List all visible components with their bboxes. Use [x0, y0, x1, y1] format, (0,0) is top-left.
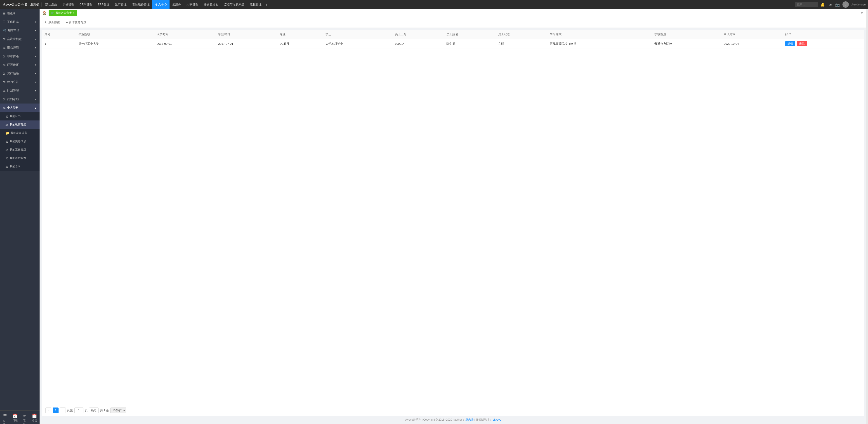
nav-item-crm[interactable]: CRM管理 — [77, 0, 95, 9]
cell-emp-status: 在职 — [495, 39, 547, 49]
nav-more-icon[interactable]: / — [264, 2, 269, 6]
sidebar-item-contract[interactable]: ⚖ 我的合同 — [0, 162, 39, 171]
col-seq: 序号 — [42, 30, 76, 39]
footer-author-link[interactable]: 卫志强 — [465, 418, 473, 421]
goto-text: 到第 — [67, 408, 73, 413]
cell-edu-level: 大学本科毕业 — [323, 39, 392, 49]
chevron-down-icon: ▼ — [35, 90, 37, 92]
nav-item-erp[interactable]: ERP管理 — [95, 0, 112, 9]
sidebar-item-asset[interactable]: ⚖ 资产领还 ▼ — [0, 69, 39, 78]
forum-icon: 📅 — [32, 413, 37, 418]
username-label[interactable]: chendonggui — [850, 3, 866, 6]
add-education-button[interactable]: + 新增教育背景 — [64, 20, 88, 25]
cell-emp-name: 陈冬瓜 — [444, 39, 495, 49]
sidebar-attendance-label: 我的考勤 — [7, 97, 19, 101]
sidebar-item-worklog[interactable]: ☰ 工作日志 ▼ — [0, 18, 39, 26]
top-nav-menu: 默认桌面 学校管理 CRM管理 ERP管理 生产管理 售后服务管理 个人中心 云… — [42, 0, 795, 9]
sidebar-item-profile[interactable]: ⚖ 个人资料 ▲ — [0, 103, 39, 112]
breadcrumb-tab-close[interactable]: × — [73, 12, 74, 14]
sidebar-item-family[interactable]: 📁 我的家庭成员 — [0, 129, 39, 137]
calendar-button[interactable]: 📅 日程 — [10, 413, 20, 423]
add-icon: + — [66, 21, 68, 24]
car-icon: 🛒 — [3, 29, 6, 32]
search-input[interactable] — [795, 2, 818, 7]
cert-icon: ⚖ — [5, 115, 8, 118]
footer-text1: skyeye云系列 | Copyright © 2018~2020 | auth… — [404, 418, 465, 421]
page-size-select[interactable]: 15条/页 30条/页 50条/页 — [110, 407, 126, 413]
sidebar-item-attendance[interactable]: ⚖ 我的考勤 ▼ — [0, 95, 39, 103]
breadcrumb-tab[interactable]: 🛒 我的教育背景 × — [49, 10, 77, 16]
bell-icon[interactable]: 🔔 — [819, 2, 826, 7]
nav-item-school[interactable]: 学校管理 — [60, 0, 77, 9]
mail-icon[interactable]: ✉ — [828, 2, 833, 7]
sidebar-item-reward[interactable]: ⚖ 我的奖惩信息 — [0, 137, 39, 146]
refresh-button[interactable]: ↻ 刷新数据 — [43, 20, 62, 25]
camera-icon[interactable]: 📷 — [834, 2, 841, 7]
family-icon: 📁 — [5, 131, 9, 135]
footer-source-link[interactable]: skyeye — [493, 418, 501, 421]
language-icon: ⚖ — [5, 156, 8, 160]
expand-icon[interactable]: ▼ — [860, 11, 864, 15]
forum-button[interactable]: 📅 论坛 — [29, 413, 39, 423]
footer: skyeye云系列 | Copyright © 2018~2020 | auth… — [39, 416, 866, 424]
top-nav-right: 🔔 ✉ 📷 C chendonggui — [795, 1, 866, 8]
prev-page-button[interactable]: ‹ — [45, 407, 51, 413]
avatar[interactable]: C — [842, 1, 849, 8]
nav-item-aftersale[interactable]: 售后服务管理 — [129, 0, 152, 9]
sidebar-item-car[interactable]: 🛒 用车申请 ▼ — [0, 26, 39, 35]
cell-study-form: 正规高等院校（统招） — [547, 39, 652, 49]
nav-item-monitor[interactable]: 监控与报表系统 — [221, 0, 247, 9]
sidebar-announcement-label: 我的公告 — [7, 80, 19, 84]
sidebar-item-plan[interactable]: ⚖ 计划管理 ▼ — [0, 86, 39, 95]
sidebar-item-certificates[interactable]: ⚖ 我的证书 — [0, 112, 39, 120]
nav-item-hr[interactable]: 人事管理 — [184, 0, 201, 9]
notes-button[interactable]: ✏ 笔记 — [20, 413, 29, 424]
nav-item-personal[interactable]: 个人中心 — [152, 0, 169, 9]
nav-item-dev[interactable]: 开发者桌面 — [201, 0, 221, 9]
cell-seq: 1 — [42, 39, 76, 49]
edit-button[interactable]: 编辑 — [785, 41, 795, 46]
sidebar-item-education[interactable]: ⚖ 我的教育背景 — [0, 120, 39, 129]
nav-item-flow[interactable]: 流程管理 — [247, 0, 264, 9]
sidebar-cert-label: 我的证书 — [10, 114, 21, 118]
sidebar-item-meeting[interactable]: ⚖ 会议室预定 ▼ — [0, 35, 39, 43]
page-toolbar: ↻ 刷新数据 + 新增教育背景 — [39, 17, 866, 28]
top-navigation: skyeye云办公 作者：卫志强 默认桌面 学校管理 CRM管理 ERP管理 生… — [0, 0, 868, 9]
goto-page-input[interactable] — [74, 407, 84, 413]
sidebar-education-label: 我的教育背景 — [10, 123, 26, 127]
profile-icon: ⚖ — [3, 106, 6, 110]
app-brand: skyeye云办公 作者：卫志强 — [2, 2, 41, 6]
page-1-button[interactable]: 1 — [53, 407, 59, 413]
sidebar-worklog-label: 工作日志 — [7, 20, 19, 24]
col-entry-time: 入学时间 — [154, 30, 215, 39]
chevron-down-icon: ▼ — [35, 55, 37, 58]
nav-item-default[interactable]: 默认桌面 — [42, 0, 60, 9]
next-page-button[interactable]: › — [60, 407, 66, 413]
sidebar-item-career[interactable]: ⚖ 我的工作履历 — [0, 146, 39, 154]
col-actions: 操作 — [782, 30, 864, 39]
right-panel-handle[interactable] — [866, 9, 868, 424]
nav-item-cloud[interactable]: 云服务 — [169, 0, 184, 9]
col-school: 毕业院校 — [76, 30, 154, 39]
delete-button[interactable]: 删除 — [797, 41, 807, 46]
sidebar: ☰ 通讯录 ☰ 工作日志 ▼ 🛒 用车申请 ▼ ⚖ 会议室预定 ▼ — [0, 9, 39, 424]
sidebar-item-seal[interactable]: ⚖ 印章借还 ▼ — [0, 52, 39, 61]
sidebar-item-license[interactable]: ⚖ 证照借还 ▼ — [0, 61, 39, 69]
home-icon[interactable]: 🏠 — [42, 11, 47, 15]
sidebar-item-language[interactable]: ⚖ 我的语种能力 — [0, 154, 39, 162]
sidebar-contract-label: 我的合同 — [10, 164, 21, 169]
col-emp-name: 员工姓名 — [444, 30, 495, 39]
nav-item-production[interactable]: 生产管理 — [112, 0, 129, 9]
sidebar-item-announcement[interactable]: ⚖ 我的公告 ▼ — [0, 78, 39, 86]
sidebar-profile-label: 个人资料 — [7, 106, 19, 110]
file-manager-label: 文件管理 — [3, 419, 7, 424]
goto-confirm-button[interactable]: 确定 — [89, 407, 98, 413]
footer-text2: | 开源版地址： — [474, 418, 492, 421]
sidebar-item-supplies[interactable]: ⚖ 用品领用 ▼ — [0, 43, 39, 52]
notes-label: 笔记 — [23, 419, 26, 424]
calendar-label: 日程 — [13, 419, 18, 422]
sidebar-item-contacts[interactable]: ☰ 通讯录 — [0, 9, 39, 18]
file-manager-button[interactable]: ☰ 文件管理 — [0, 413, 10, 424]
breadcrumb-bar: 🏠 🛒 我的教育背景 × ▼ — [39, 9, 866, 17]
chevron-down-icon: ▼ — [35, 29, 37, 32]
